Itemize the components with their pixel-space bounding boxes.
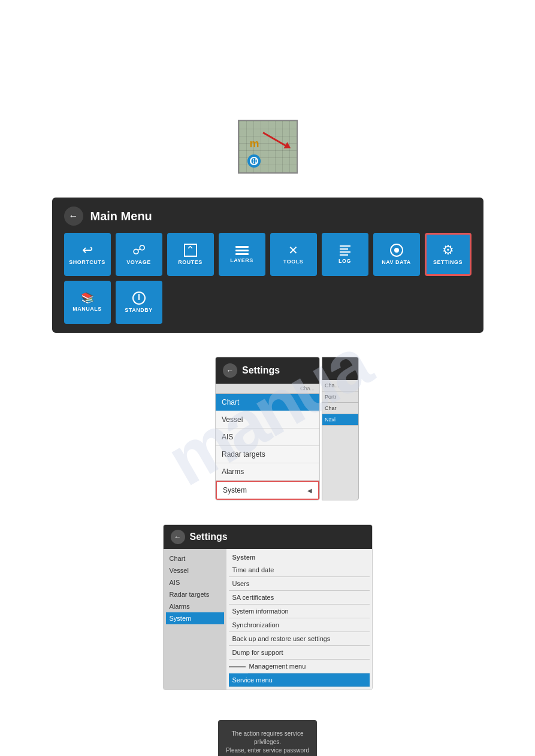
- routes-label: ROUTES: [178, 259, 202, 265]
- settings1-header: ← Settings: [216, 357, 319, 384]
- log-icon: [340, 245, 350, 256]
- settings1-back-icon: ←: [226, 366, 234, 375]
- settings-icon: ⚙: [442, 244, 454, 257]
- settings2-sys-info[interactable]: System information: [229, 605, 370, 618]
- settings2-left-alarms[interactable]: Alarms: [166, 600, 224, 612]
- shortcuts-icon: ↩: [82, 244, 93, 257]
- standby-icon: [132, 292, 146, 305]
- settings1-panel: ← Settings Cha... Chart Vessel AIS Radar…: [215, 357, 320, 500]
- settings2-left-vessel[interactable]: Vessel: [166, 564, 224, 576]
- settings2-left-ais[interactable]: AIS: [166, 576, 224, 588]
- password-dialog: The action requires service privileges. …: [218, 720, 317, 756]
- settings1-right-portr: Portr: [322, 391, 358, 403]
- layers-icon: [235, 246, 249, 255]
- settings2-dump[interactable]: Dump for support: [229, 646, 370, 660]
- menu-item-routes[interactable]: ⌃ ROUTES: [167, 233, 214, 276]
- main-menu-back-button[interactable]: ←: [64, 207, 83, 226]
- map-thumbnail: m: [238, 120, 298, 174]
- settings2-time-date[interactable]: Time and date: [229, 563, 370, 577]
- settings1-menu-chart[interactable]: Chart: [216, 394, 319, 411]
- menu-item-layers[interactable]: LAYERS: [219, 233, 265, 276]
- settings-label: SETTINGS: [433, 259, 463, 265]
- back-arrow-icon: ←: [69, 211, 78, 221]
- menu-item-navdata[interactable]: NAV DATA: [373, 233, 420, 276]
- menu-item-manuals[interactable]: 📚 MANUALS: [64, 281, 111, 324]
- manuals-label: MANUALS: [72, 306, 102, 312]
- menu-item-voyage[interactable]: ☍ VOYAGE: [116, 233, 162, 276]
- settings2-header: ← Settings: [164, 525, 372, 549]
- settings2-back-button[interactable]: ←: [171, 530, 185, 544]
- log-label: LOG: [338, 258, 351, 264]
- settings1-right-char: Char: [322, 403, 358, 414]
- main-menu-section: ← Main Menu ↩ SHORTCUTS ☍ VOYAGE ⌃ ROUTE…: [0, 192, 535, 339]
- settings2-left-radar[interactable]: Radar targets: [166, 588, 224, 600]
- settings1-menu-radar[interactable]: Radar targets: [216, 446, 319, 463]
- settings1-breadcrumb: Cha...: [216, 384, 319, 394]
- menu-item-shortcuts[interactable]: ↩ SHORTCUTS: [64, 233, 111, 276]
- main-menu-title: Main Menu: [90, 210, 152, 223]
- main-menu-header: ← Main Menu: [64, 207, 471, 226]
- menu-item-log[interactable]: LOG: [322, 233, 368, 276]
- standby-label: STANDBY: [125, 307, 152, 313]
- settings2-left-system[interactable]: System: [166, 612, 224, 624]
- manuals-icon: 📚: [81, 293, 94, 303]
- settings1-wrapper: ← Settings Cha... Chart Vessel AIS Radar…: [215, 357, 320, 500]
- menu-item-standby[interactable]: STANDBY: [116, 281, 162, 324]
- settings2-mgmt-menu[interactable]: Management menu: [248, 660, 370, 673]
- voyage-icon: ☍: [132, 244, 146, 257]
- menu-item-tools[interactable]: ✕ TOOLS: [270, 233, 317, 276]
- settings2-sync[interactable]: Synchronization: [229, 618, 370, 632]
- shortcuts-label: SHORTCUTS: [69, 259, 105, 265]
- main-menu-container: ← Main Menu ↩ SHORTCUTS ☍ VOYAGE ⌃ ROUTE…: [52, 198, 483, 333]
- map-vessel-icon: [247, 154, 261, 168]
- tools-icon: ✕: [288, 244, 298, 256]
- settings2-panel: ← Settings Chart Vessel AIS Radar target…: [163, 524, 373, 690]
- voyage-label: VOYAGE: [126, 259, 151, 265]
- layers-label: LAYERS: [230, 257, 253, 263]
- settings2-right-col: System Time and date Users SA certificat…: [226, 549, 372, 690]
- settings2-title: Settings: [190, 532, 228, 542]
- settings2-left-chart[interactable]: Chart: [166, 552, 224, 564]
- settings1-title: Settings: [242, 365, 280, 376]
- settings2-users[interactable]: Users: [229, 577, 370, 591]
- settings1-menu-ais[interactable]: AIS: [216, 429, 319, 446]
- navdata-label: NAV DATA: [382, 259, 411, 265]
- menu-item-settings[interactable]: ⚙ SETTINGS: [425, 233, 471, 276]
- settings1-menu-system[interactable]: System ◀: [216, 481, 319, 500]
- settings2-section-title: System: [229, 551, 370, 563]
- arrow-indicator: [229, 666, 246, 667]
- settings2-back-icon: ←: [174, 533, 182, 541]
- settings2-backup[interactable]: Back up and restore user settings: [229, 632, 370, 646]
- settings2-section: ← Settings Chart Vessel AIS Radar target…: [0, 518, 535, 708]
- settings2-body: Chart Vessel AIS Radar targets Alarms Sy…: [164, 549, 372, 690]
- settings1-right-panel: Cha... Portr Char Navi: [322, 357, 359, 500]
- settings2-svc-menu[interactable]: Service menu: [229, 673, 370, 687]
- dialog-section: The action requires service privileges. …: [0, 708, 535, 756]
- map-section: m: [0, 0, 535, 192]
- settings1-menu-vessel[interactable]: Vessel: [216, 411, 319, 429]
- settings1-right-navi: Navi: [322, 414, 358, 426]
- settings1-menu-alarms[interactable]: Alarms: [216, 463, 319, 481]
- dialog-message: The action requires service privileges. …: [225, 730, 310, 755]
- menu-items-row: ↩ SHORTCUTS ☍ VOYAGE ⌃ ROUTES LAYERS: [64, 233, 471, 324]
- navdata-icon: [390, 244, 403, 257]
- cursor-indicator: ◀: [307, 487, 312, 494]
- settings2-sa-certs[interactable]: SA certificates: [229, 591, 370, 605]
- settings1-section: ← Settings Cha... Chart Vessel AIS Radar…: [0, 339, 535, 518]
- routes-icon: ⌃: [184, 244, 197, 257]
- tools-label: TOOLS: [283, 259, 303, 265]
- settings1-back-button[interactable]: ←: [223, 363, 237, 378]
- settings2-left-col: Chart Vessel AIS Radar targets Alarms Sy…: [164, 549, 226, 690]
- map-letter: m: [250, 138, 259, 150]
